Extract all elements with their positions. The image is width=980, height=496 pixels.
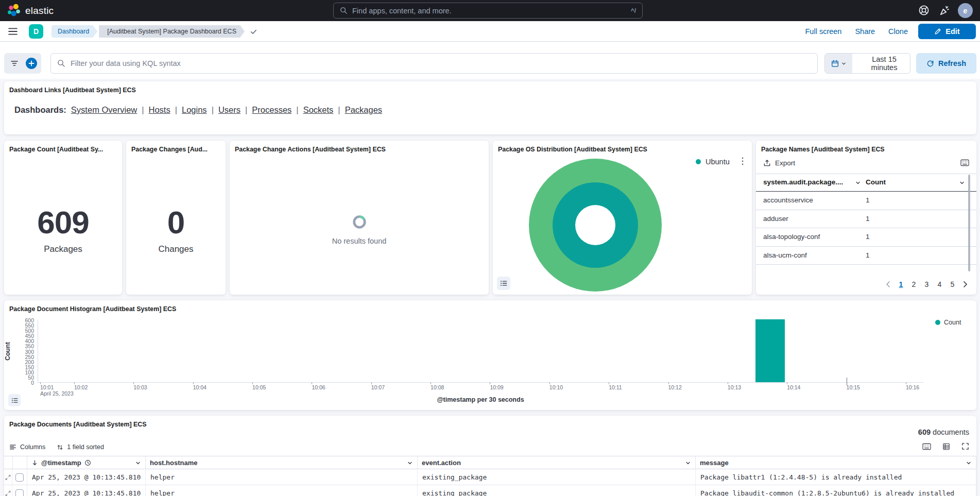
x-axis-context-label: April 25, 2023: [40, 390, 74, 397]
column-header-message[interactable]: message: [696, 456, 976, 469]
x-axis-title: @timestamp per 30 seconds: [437, 396, 524, 403]
user-avatar[interactable]: e: [958, 3, 973, 18]
global-search-input[interactable]: Find apps, content, and more. ^/: [333, 3, 643, 19]
table-row[interactable]: alsa-ucm-conf1: [756, 247, 976, 265]
chevron-down-icon[interactable]: [855, 180, 861, 186]
legend-toggle-icon[interactable]: [8, 394, 21, 406]
column-header-count[interactable]: Count: [866, 178, 886, 186]
dashboard-link-packages[interactable]: Packages: [345, 105, 382, 114]
next-page-icon[interactable]: [961, 280, 969, 288]
package-change-actions-panel: Package Change Actions [Auditbeat System…: [230, 141, 489, 295]
table-row[interactable]: adduser1: [756, 210, 976, 229]
expand-row-cell[interactable]: [4, 485, 12, 496]
legend-label: Count: [944, 319, 961, 326]
fullscreen-icon[interactable]: [961, 442, 969, 450]
scrollbar[interactable]: [968, 175, 970, 271]
table-row: Apr 25, 2023 @ 10:13:45.810helperexistin…: [4, 485, 976, 496]
legend-item-ubuntu[interactable]: Ubuntu: [696, 158, 730, 166]
share-button[interactable]: Share: [855, 27, 875, 36]
page-button-3[interactable]: 3: [922, 279, 931, 289]
chevron-down-icon[interactable]: [685, 460, 691, 466]
kql-search-input[interactable]: Filter your data using KQL syntax: [50, 53, 818, 74]
package-name-cell: accountsservice: [763, 196, 813, 204]
page-button-5[interactable]: 5: [948, 279, 957, 289]
calendar-icon[interactable]: [825, 54, 852, 73]
column-header-event-action[interactable]: event.action: [418, 456, 696, 469]
keyboard-icon[interactable]: [922, 443, 931, 450]
dashboard-link-hosts[interactable]: Hosts: [149, 105, 170, 114]
x-axis-tick-mark: [728, 382, 728, 384]
document-count-value: 609: [918, 428, 931, 436]
chevron-down-icon[interactable]: [135, 460, 141, 466]
previous-page-icon[interactable]: [884, 280, 892, 288]
package-names-table: system.audit.package.... Count accountss…: [756, 174, 976, 272]
link-separator: |: [142, 105, 144, 114]
select-row-cell[interactable]: [12, 485, 27, 496]
x-axis-tick-label: 10:03: [133, 384, 147, 390]
package-count-metric: 609 Packages: [4, 206, 122, 254]
dashboard-link-users[interactable]: Users: [218, 105, 240, 114]
help-icon[interactable]: [918, 4, 931, 16]
dashboard-link-processes[interactable]: Processes: [252, 105, 291, 114]
columns-button[interactable]: Columns: [9, 443, 45, 451]
chevron-down-icon[interactable]: [959, 180, 965, 186]
y-axis-line: [38, 320, 38, 382]
legend-options-icon[interactable]: [739, 157, 746, 166]
row-checkbox[interactable]: [15, 473, 24, 482]
x-axis-tick-mark: [74, 382, 75, 384]
page-button-2[interactable]: 2: [909, 279, 918, 289]
top-navbar: elastic Find apps, content, and more. ^/…: [0, 0, 980, 21]
histogram-plot[interactable]: Count @timestamp per 30 seconds Count 05…: [4, 300, 976, 410]
expand-row-cell[interactable]: [4, 469, 12, 485]
panel-title: Package OS Distribution [Auditbeat Syste…: [498, 146, 647, 153]
x-axis-tick-label: 10:12: [668, 384, 682, 390]
x-axis-tick-mark: [490, 382, 490, 384]
export-button[interactable]: Export: [763, 159, 795, 167]
legend-item-count[interactable]: Count: [935, 319, 961, 326]
table-row[interactable]: alsa-topology-conf1: [756, 228, 976, 247]
x-axis-tick-mark: [549, 382, 550, 384]
column-header-host-hostname[interactable]: host.hostname: [146, 456, 418, 469]
dashboard-link-sockets[interactable]: Sockets: [303, 105, 334, 114]
chevron-down-icon[interactable]: [407, 460, 413, 466]
column-header-select[interactable]: [12, 456, 27, 469]
dashboard-app-badge[interactable]: D: [29, 24, 43, 39]
column-header-package-name[interactable]: system.audit.package....: [763, 178, 843, 186]
page-button-1[interactable]: 1: [897, 279, 905, 289]
page-button-4[interactable]: 4: [935, 279, 944, 289]
dashboard-link-system-overview[interactable]: System Overview: [71, 105, 137, 114]
chevron-down-icon[interactable]: [966, 460, 972, 466]
time-range-value[interactable]: Last 15 minutes: [852, 54, 910, 73]
menu-hamburger-icon[interactable]: [8, 27, 18, 36]
refresh-button[interactable]: Refresh: [916, 53, 976, 74]
grid-density-icon[interactable]: [942, 443, 950, 450]
news-party-icon[interactable]: [939, 4, 952, 16]
breadcrumb-current-page[interactable]: [Auditbeat System] Package Dashboard ECS: [99, 25, 245, 38]
clone-button[interactable]: Clone: [888, 27, 908, 36]
column-header-expand[interactable]: [4, 456, 13, 469]
breadcrumb-dashboard[interactable]: Dashboard: [51, 25, 97, 38]
elastic-brand[interactable]: elastic: [7, 4, 54, 18]
edit-button[interactable]: Edit: [918, 24, 976, 39]
x-axis-tick-mark: [787, 382, 787, 384]
document-cell: Package libattr1 (1:2.4.48-5) is already…: [696, 469, 976, 485]
full-screen-button[interactable]: Full screen: [805, 27, 841, 36]
x-axis-tick-mark: [371, 382, 372, 384]
legend-toggle-icon[interactable]: [497, 277, 510, 290]
select-row-cell[interactable]: [12, 469, 27, 485]
table-row[interactable]: accountsservice1: [756, 192, 976, 210]
sort-fields-button[interactable]: 1 field sorted: [57, 443, 104, 451]
global-search-placeholder: Find apps, content, and more.: [352, 7, 626, 15]
filter-funnel-icon[interactable]: [4, 53, 25, 74]
column-header-label: message: [700, 459, 729, 467]
sort-icon: [57, 444, 63, 451]
histogram-bar[interactable]: [755, 319, 785, 382]
columns-button-label: Columns: [20, 443, 45, 451]
column-header-timestamp[interactable]: @timestamp: [27, 456, 146, 469]
x-axis-tick-label: 10:07: [371, 384, 385, 390]
row-checkbox[interactable]: [15, 489, 24, 496]
dashboard-link-logins[interactable]: Logins: [182, 105, 207, 114]
add-filter-button[interactable]: [26, 58, 37, 69]
package-name-cell: adduser: [763, 215, 788, 223]
keyboard-icon[interactable]: [960, 159, 969, 166]
